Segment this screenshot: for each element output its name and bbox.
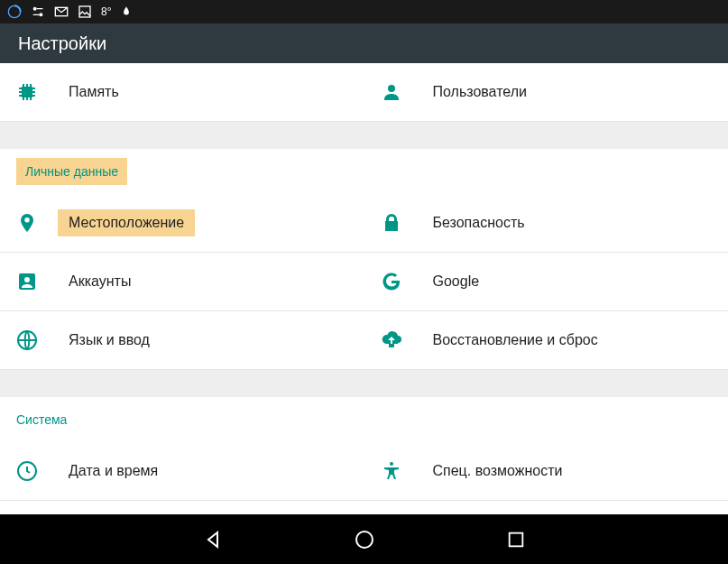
globe-icon (16, 329, 38, 351)
item-label: Язык и ввод (69, 332, 150, 348)
item-label: Пользователи (433, 84, 527, 100)
item-accessibility[interactable]: Спец. возможности (364, 442, 729, 501)
mail-icon (54, 5, 69, 19)
item-security[interactable]: Безопасность (364, 194, 729, 253)
nav-recent-button[interactable] (503, 527, 529, 552)
item-label: Местоположение (58, 209, 195, 236)
location-icon (16, 212, 38, 234)
section-divider (0, 370, 728, 397)
item-users[interactable]: Пользователи (364, 63, 729, 122)
section-header-personal: Личные данные (0, 149, 728, 194)
item-language[interactable]: Язык и ввод (0, 311, 364, 370)
item-memory[interactable]: Память (0, 63, 364, 122)
page-title: Настройки (18, 33, 106, 54)
users-icon (381, 81, 402, 103)
svg-point-1 (33, 7, 37, 11)
section-title: Система (16, 412, 67, 427)
settings-indicator-icon (31, 5, 45, 19)
nav-home-button[interactable] (352, 527, 377, 552)
item-label: Спец. возможности (433, 463, 563, 479)
item-google[interactable]: Google (364, 253, 729, 311)
memory-icon (16, 81, 38, 103)
settings-list: Память Пользователи Личные данные Местоп… (0, 63, 728, 559)
item-label: Google (433, 273, 480, 290)
svg-rect-13 (509, 532, 522, 546)
section-title: Личные данные (25, 164, 118, 179)
svg-point-5 (388, 85, 395, 92)
clock-icon (16, 460, 38, 482)
item-accounts[interactable]: Аккаунты (0, 253, 364, 311)
image-icon (78, 5, 92, 19)
temperature-indicator: 8° (101, 5, 111, 18)
weather-icon (120, 5, 133, 18)
nav-back-button[interactable] (200, 527, 226, 552)
section-divider (0, 122, 728, 149)
app-bar: Настройки (0, 23, 728, 63)
cloud-upload-icon (381, 329, 402, 351)
account-icon (16, 271, 38, 292)
item-label: Память (69, 84, 119, 100)
svg-point-7 (24, 277, 30, 282)
status-bar: 8° (0, 0, 728, 23)
accessibility-icon (381, 460, 402, 482)
svg-point-2 (39, 13, 42, 16)
svg-point-10 (390, 462, 393, 466)
app-icon (7, 5, 22, 19)
svg-rect-4 (79, 6, 90, 17)
item-location[interactable]: Местоположение (0, 194, 364, 253)
svg-point-12 (356, 532, 373, 548)
google-icon (381, 271, 402, 292)
item-label: Восстановление и сброс (433, 332, 598, 348)
section-header-system: Система (0, 397, 728, 442)
item-label: Аккаунты (69, 273, 131, 290)
item-label: Дата и время (69, 463, 158, 479)
lock-icon (381, 212, 402, 234)
item-backup[interactable]: Восстановление и сброс (364, 311, 729, 370)
navigation-bar (0, 514, 728, 564)
item-label: Безопасность (433, 215, 525, 231)
item-datetime[interactable]: Дата и время (0, 442, 364, 501)
